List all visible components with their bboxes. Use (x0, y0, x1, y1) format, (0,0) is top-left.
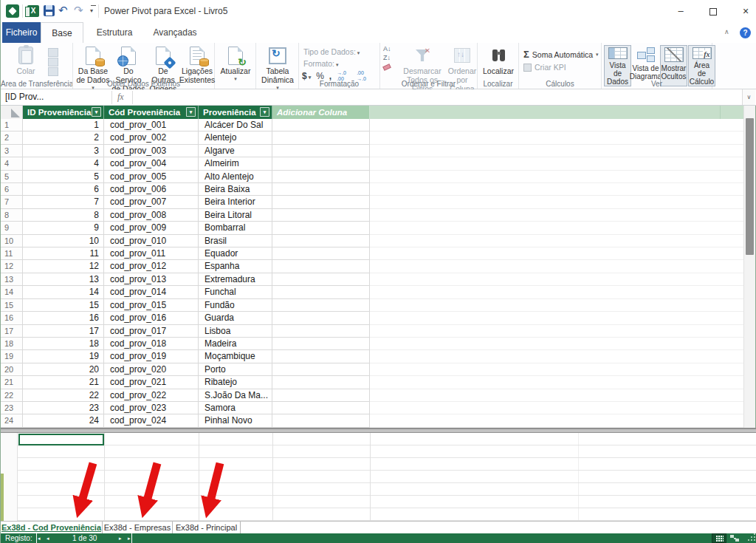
first-record-icon[interactable]: ◂ (36, 533, 41, 543)
sheet-tab-principal[interactable]: Ex38d - Principal (173, 522, 241, 534)
cell-cod[interactable]: cod_prov_019 (104, 350, 199, 363)
cell-prov[interactable]: Bombarral (199, 222, 272, 234)
row-number[interactable]: 15 (1, 299, 23, 312)
previous-record-icon[interactable]: ◂ (47, 533, 49, 543)
cell-prov[interactable]: Fundão (199, 299, 272, 312)
tab-avancadas[interactable]: Avançadas (144, 22, 206, 43)
cell-id[interactable]: 19 (23, 350, 104, 363)
cell-cod[interactable]: cod_prov_012 (104, 260, 199, 273)
cell-cod[interactable]: cod_prov_021 (104, 376, 199, 389)
cell-prov[interactable]: Funchal (199, 286, 272, 298)
cell-prov[interactable]: Guarda (199, 312, 272, 324)
cell-add-column[interactable] (272, 363, 370, 376)
cell-id[interactable]: 12 (23, 260, 104, 273)
cell-cod[interactable]: cod_prov_003 (104, 145, 199, 157)
row-number[interactable]: 4 (1, 157, 23, 170)
cell-id[interactable]: 18 (23, 338, 104, 350)
row-number[interactable]: 18 (1, 338, 23, 350)
formula-input[interactable] (134, 89, 742, 105)
cell-cod[interactable]: cod_prov_020 (104, 363, 199, 376)
redo-icon[interactable]: ↷ (74, 3, 83, 18)
cell-prov[interactable]: Extremadura (199, 273, 272, 286)
cell-cod[interactable]: cod_prov_007 (104, 196, 199, 208)
cell-cod[interactable]: cod_prov_013 (104, 273, 199, 286)
cell-prov[interactable]: Beira Interior (199, 196, 272, 208)
create-kpi-button[interactable]: Criar KPI (523, 63, 566, 72)
row-number[interactable]: 10 (1, 235, 23, 247)
pivot-table-button[interactable]: Tabela Dinâmica (258, 45, 297, 90)
cell-id[interactable]: 23 (23, 402, 104, 414)
row-number[interactable]: 2 (1, 132, 23, 144)
row-number[interactable]: 13 (1, 273, 23, 286)
expand-formula-bar-icon[interactable]: ∨ (742, 89, 755, 105)
sheet-tab-cod-proveniencia[interactable]: Ex38d - Cod Proveniência (1, 522, 103, 534)
column-header-id-proveniencia[interactable]: ID Proveniência ▾ (23, 106, 104, 119)
sheet-tab-empresas[interactable]: Ex38d - Empresas (103, 522, 173, 534)
cell-add-column[interactable] (272, 247, 370, 260)
cell-prov[interactable]: Equador (199, 247, 272, 260)
cell-prov[interactable]: Beira Litoral (199, 209, 272, 222)
cell-cod[interactable]: cod_prov_009 (104, 222, 199, 234)
cell-add-column[interactable] (272, 350, 370, 363)
find-button[interactable]: Localizar (480, 45, 517, 76)
cell-id[interactable]: 1 (23, 119, 104, 132)
cell-id[interactable]: 11 (23, 247, 104, 260)
cell-cod[interactable]: cod_prov_008 (104, 209, 199, 222)
cell-id[interactable]: 2 (23, 132, 104, 144)
cell-cod[interactable]: cod_prov_005 (104, 171, 199, 183)
cell-cod[interactable]: cod_prov_014 (104, 286, 199, 298)
cell-id[interactable]: 21 (23, 376, 104, 389)
cell-add-column[interactable] (272, 196, 370, 208)
cell-cod[interactable]: cod_prov_011 (104, 247, 199, 260)
cell-cod[interactable]: cod_prov_010 (104, 235, 199, 247)
cell-id[interactable]: 5 (23, 171, 104, 183)
help-icon[interactable]: ? (740, 27, 751, 38)
minimize-button[interactable]: – (665, 0, 696, 22)
cell-id[interactable]: 13 (23, 273, 104, 286)
cell-id[interactable]: 6 (23, 183, 104, 196)
cell-add-column[interactable] (272, 183, 370, 196)
collapse-ribbon-icon[interactable]: ∧ (724, 28, 729, 35)
cell-id[interactable]: 24 (23, 414, 104, 427)
cell-id[interactable]: 17 (23, 325, 104, 338)
cell-id[interactable]: 9 (23, 222, 104, 234)
cell-add-column[interactable] (272, 260, 370, 273)
cell-add-column[interactable] (272, 235, 370, 247)
row-number[interactable]: 12 (1, 260, 23, 273)
cell-id[interactable]: 3 (23, 145, 104, 157)
cell-id[interactable]: 15 (23, 299, 104, 312)
filter-dropdown-icon[interactable]: ▾ (260, 107, 269, 117)
row-number[interactable]: 20 (1, 363, 23, 376)
cell-add-column[interactable] (272, 325, 370, 338)
tab-base[interactable]: Base (41, 22, 83, 43)
cell-add-column[interactable] (272, 286, 370, 298)
vertical-scrollbar[interactable] (743, 106, 755, 428)
row-number[interactable]: 22 (1, 389, 23, 402)
paste-options[interactable] (48, 47, 58, 77)
data-type-dropdown[interactable]: Tipo de Dados: (303, 47, 360, 56)
existing-connections-button[interactable]: Ligações Existentes (180, 45, 214, 85)
cell-cod[interactable]: cod_prov_015 (104, 299, 199, 312)
row-number[interactable]: 11 (1, 247, 23, 260)
save-icon[interactable] (44, 5, 55, 16)
sort-ascending-icon[interactable]: A↓ (383, 46, 391, 52)
cell-prov[interactable]: Espanha (199, 260, 272, 273)
next-record-icon[interactable]: ▸ (119, 533, 122, 543)
add-column-header[interactable]: Adicionar Coluna (272, 106, 370, 119)
cell-cod[interactable]: cod_prov_006 (104, 183, 199, 196)
row-number[interactable]: 7 (1, 196, 23, 208)
name-box[interactable]: [ID Prov... (5, 92, 44, 102)
cell-prov[interactable]: Alcácer Do Sal (199, 119, 272, 132)
undo-icon[interactable]: ↶ (58, 3, 68, 18)
cell-prov[interactable]: Madeira (199, 338, 272, 350)
cell-prov[interactable]: Beira Baixa (199, 183, 272, 196)
paste-button[interactable]: Colar (10, 45, 42, 76)
format-dropdown[interactable]: Formato: (303, 59, 338, 68)
cell-cod[interactable]: cod_prov_017 (104, 325, 199, 338)
maximize-button[interactable] (698, 0, 729, 22)
cell-prov[interactable]: Almeirim (199, 157, 272, 170)
row-number[interactable]: 8 (1, 209, 23, 222)
cell-prov[interactable]: Lisboa (199, 325, 272, 338)
cell-prov[interactable]: S.João Da Ma... (199, 389, 272, 402)
cell-prov[interactable]: Ribatejo (199, 376, 272, 389)
